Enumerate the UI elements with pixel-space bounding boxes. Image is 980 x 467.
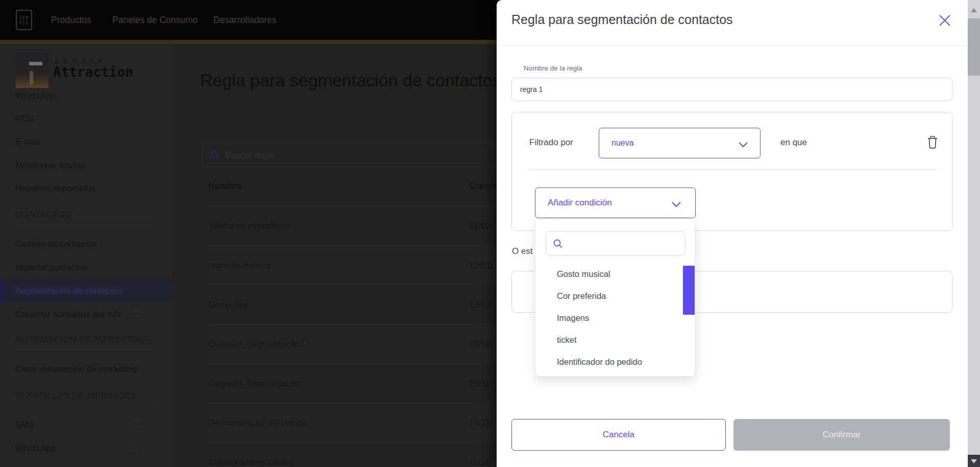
rule-modal: Regla para segmentación de contactos Nom… (497, 0, 968, 467)
scroll-down-button[interactable] (968, 455, 980, 467)
trash-icon[interactable] (926, 135, 941, 151)
filter-field-value: nueva (611, 128, 634, 157)
option-gosto-musical[interactable]: Gosto musical (557, 266, 674, 282)
en-que-label: en que (780, 134, 807, 151)
option-imagens[interactable]: Imagens (557, 310, 674, 325)
add-condition-select[interactable]: Añadir condición (535, 188, 696, 218)
close-icon[interactable] (938, 13, 953, 29)
scrollbar-thumb[interactable] (968, 18, 980, 76)
rule-name-input[interactable] (511, 78, 952, 101)
condition-dropdown: Gosto musical Cor preferida Imagens tick… (535, 219, 695, 377)
filter-card: Filtrado por nueva en que Añadir condici… (511, 112, 952, 231)
chevron-down-icon (672, 200, 681, 209)
scroll-up-icon[interactable] (971, 8, 977, 12)
cancel-button[interactable]: Cancela (511, 419, 726, 451)
filter-card-divider (527, 170, 938, 170)
search-icon (553, 239, 563, 251)
or-clause-text: O est (512, 246, 533, 256)
confirm-button[interactable]: Confirmar (733, 419, 950, 451)
rule-name-label: Nombre de la regla (524, 64, 582, 72)
filter-field-select[interactable]: nueva (599, 128, 761, 158)
option-ticket[interactable]: ticket (557, 332, 674, 347)
dropdown-search (546, 231, 685, 256)
option-cor-preferida[interactable]: Cor preferida (557, 288, 674, 303)
modal-backdrop[interactable] (0, 0, 497, 467)
chevron-down-icon (739, 141, 748, 150)
add-condition-label: Añadir condición (548, 188, 612, 217)
dropdown-search-input[interactable] (569, 232, 681, 255)
dropdown-scrollbar-thumb[interactable] (683, 266, 695, 315)
filtered-by-label: Filtrado por (529, 134, 573, 151)
modal-title: Regla para segmentación de contactos (511, 12, 733, 27)
browser-scrollbar[interactable] (968, 0, 980, 467)
option-identificador-do-pedido[interactable]: Identificador do pedido (557, 354, 674, 369)
modal-header-divider (497, 45, 968, 45)
scroll-down-icon (971, 459, 977, 463)
screen: ZEN VIA Productos Paneles de Consumo Des… (0, 0, 980, 467)
